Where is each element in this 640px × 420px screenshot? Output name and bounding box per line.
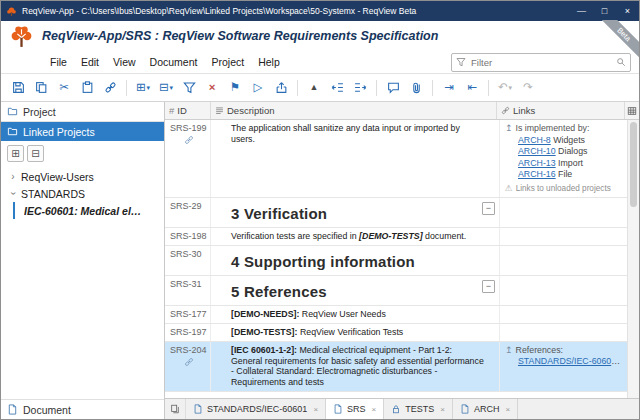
- table-row-srs-199[interactable]: SRS-199The application shall sanitize an…: [165, 120, 628, 198]
- collapse-all-button[interactable]: ⊟: [27, 145, 44, 162]
- table-row-srs-29[interactable]: SRS-293 Verification−: [165, 198, 628, 228]
- link-ref[interactable]: ARCH-16: [518, 169, 556, 179]
- maximize-button[interactable]: □: [593, 1, 616, 21]
- funnel-icon: [183, 81, 196, 94]
- links-title: ↥Is implemented by:: [505, 123, 624, 135]
- plus-box-icon: ⊞: [136, 82, 146, 94]
- column-settings-button[interactable]: [625, 102, 639, 119]
- filter-button[interactable]: [178, 77, 200, 98]
- collapse-section-button[interactable]: −: [482, 280, 495, 293]
- sidebar-item-linked-projects[interactable]: Linked Projects: [1, 122, 164, 141]
- add-object-button[interactable]: ⊞▾: [132, 77, 154, 98]
- link-ref[interactable]: ARCH-8: [518, 135, 551, 145]
- attachment-button[interactable]: [405, 77, 427, 98]
- next-document-button[interactable]: ⇥: [438, 77, 460, 98]
- row-id: SRS-31: [170, 279, 207, 289]
- table-row-srs-30[interactable]: SRS-304 Supporting information: [165, 246, 628, 276]
- cut-button[interactable]: ✂: [53, 77, 75, 98]
- document-title: ReqView-App/SRS : ReqView Software Requi…: [42, 29, 438, 43]
- table-row-srs-197[interactable]: SRS-197[DEMO-TESTS]: ReqView Verificatio…: [165, 324, 628, 342]
- copy-button[interactable]: [30, 77, 52, 98]
- project-panel-header[interactable]: Project: [1, 102, 164, 122]
- folder-icon: [7, 126, 18, 137]
- doc-icon: [193, 404, 203, 414]
- minimize-button[interactable]: —: [570, 1, 593, 21]
- remove-object-button[interactable]: ⊟▾: [155, 77, 177, 98]
- close-icon[interactable]: ×: [313, 405, 318, 414]
- link-objects-button[interactable]: [99, 77, 121, 98]
- chevron-right-icon[interactable]: ›: [9, 171, 17, 182]
- links-title: ↥References:: [505, 345, 624, 357]
- title-bar: ReqView-App - C:\Users\Ibus\Desktop\ReqV…: [1, 1, 639, 21]
- paste-button[interactable]: [76, 77, 98, 98]
- tab-standards-iec-60601[interactable]: STANDARDS/IEC-60601×: [186, 399, 326, 419]
- indent-button[interactable]: [349, 77, 371, 98]
- row-description-cell: Verification tests are specified in [DEM…: [211, 228, 500, 245]
- table-header: # ID Description Links: [165, 102, 639, 120]
- table-row-srs-177[interactable]: SRS-177[DEMO-NEEDS]: ReqView User Needs: [165, 306, 628, 324]
- main-area: Project Linked Projects ⊞ ⊟ ›ReqView-Use…: [1, 102, 639, 419]
- chevron-down-icon[interactable]: ›: [8, 190, 19, 198]
- column-header-links[interactable]: Links: [497, 102, 625, 119]
- close-button[interactable]: ×: [616, 1, 639, 21]
- link-ref[interactable]: ARCH-10: [518, 146, 556, 156]
- expand-all-button[interactable]: ⊞: [7, 145, 24, 162]
- row-id: SRS-199: [170, 123, 207, 133]
- tree-item-iec-60601-medical-electri[interactable]: IEC-60601: Medical electri...: [13, 202, 164, 219]
- menu-edit[interactable]: Edit: [74, 54, 106, 70]
- row-description-cell: 4 Supporting information: [211, 246, 500, 275]
- save-button[interactable]: [7, 77, 29, 98]
- link-ref[interactable]: ARCH-13: [518, 158, 556, 168]
- app-header: ReqView-App/SRS : ReqView Software Requi…: [1, 21, 639, 51]
- indent-icon: [354, 81, 367, 94]
- clear-filter-button[interactable]: ×: [201, 77, 223, 98]
- menu-file[interactable]: File: [43, 54, 74, 70]
- row-id-cell: SRS-204: [165, 342, 211, 392]
- doc-icon: [333, 404, 343, 414]
- redo-icon: ↷: [523, 82, 533, 94]
- link-ref[interactable]: STANDARDS/IEC-60601-1-...: [518, 356, 624, 366]
- export-button[interactable]: [270, 77, 292, 98]
- caret-down-icon: ▾: [147, 84, 151, 92]
- tree-item-standards[interactable]: ›STANDARDS: [1, 185, 164, 202]
- column-header-id[interactable]: # ID: [165, 102, 211, 119]
- document-panel-header[interactable]: Document: [1, 399, 164, 419]
- link-line: ARCH-13 Import: [505, 158, 624, 169]
- undo-button: ↶▾: [494, 77, 516, 98]
- tree-item-label: ReqView-Users: [21, 171, 94, 183]
- vertical-scrollbar[interactable]: [627, 120, 639, 398]
- collapse-section-button[interactable]: −: [482, 202, 495, 215]
- sidebar-tree: ›ReqView-Users›STANDARDSIEC-60601: Medic…: [1, 166, 164, 399]
- row-id-cell: SRS-31: [165, 276, 211, 305]
- previous-document-button[interactable]: ⇤: [461, 77, 483, 98]
- menu-project[interactable]: Project: [204, 54, 251, 70]
- start-review-button[interactable]: ▷: [247, 77, 269, 98]
- outdent-button[interactable]: [326, 77, 348, 98]
- tab-list-button[interactable]: [165, 399, 186, 419]
- warning-icon: ⚠: [505, 183, 513, 193]
- sidebar-item-label: Linked Projects: [23, 126, 95, 138]
- grid-icon: [627, 106, 637, 116]
- tab-srs[interactable]: SRS×: [326, 399, 384, 419]
- comment-button[interactable]: [382, 77, 404, 98]
- row-description: 5 References: [231, 283, 485, 300]
- tab-arch[interactable]: ARCH×: [453, 399, 518, 419]
- table-row-srs-204[interactable]: SRS-204[IEC 60601-1-2]: Medical electric…: [165, 342, 628, 393]
- table-row-srs-31[interactable]: SRS-315 References−: [165, 276, 628, 306]
- bar-right-icon: ⇥: [444, 82, 454, 94]
- row-description-cell: [DEMO-NEEDS]: ReqView User Needs: [211, 306, 500, 323]
- scrollbar-thumb[interactable]: [630, 122, 637, 207]
- flag-button[interactable]: ⚑: [224, 77, 246, 98]
- bar-left-icon: ⇤: [467, 82, 477, 94]
- column-header-description[interactable]: Description: [211, 102, 497, 119]
- menu-document[interactable]: Document: [143, 54, 205, 70]
- table-row-srs-198[interactable]: SRS-198Verification tests are specified …: [165, 228, 628, 246]
- close-icon[interactable]: ×: [440, 405, 445, 414]
- menu-view[interactable]: View: [106, 54, 143, 70]
- collapse-all-button[interactable]: ▲: [303, 77, 325, 98]
- close-icon[interactable]: ×: [505, 405, 510, 414]
- tab-tests[interactable]: TESTS×: [384, 399, 453, 419]
- close-icon[interactable]: ×: [372, 405, 377, 414]
- tree-item-reqview-users[interactable]: ›ReqView-Users: [1, 168, 164, 185]
- menu-help[interactable]: Help: [251, 54, 287, 70]
